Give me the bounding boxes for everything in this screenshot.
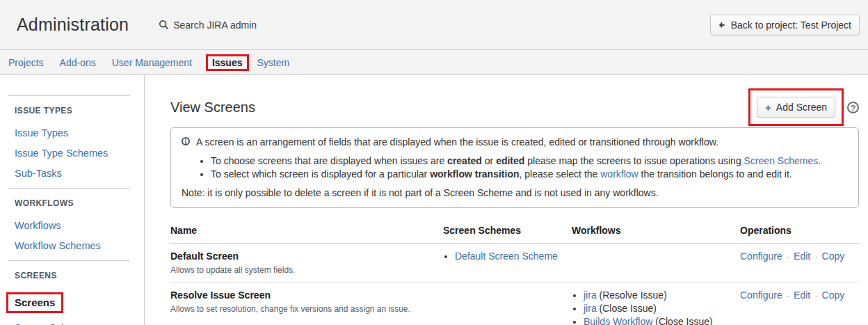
operations-cell: Configure·Edit·Copy (740, 244, 859, 283)
sidebar-item-workflow-schemes[interactable]: Workflow Schemes (15, 240, 101, 251)
admin-header: Administration Search JIRA admin Back to… (0, 0, 868, 50)
info-message-box: i A screen is an arrangement of fields t… (170, 127, 859, 208)
list-item: jira (Close Issue) (584, 303, 734, 314)
workflow-transition: (Close Issue) (652, 316, 712, 325)
workflow-builds-workflow-link[interactable]: Builds Workflow (584, 316, 652, 325)
text: To select which screen is displayed for … (211, 168, 430, 180)
configure-link[interactable]: Configure (740, 290, 782, 301)
back-to-project-button[interactable]: Back to project: Test Project (710, 15, 860, 35)
text: or (482, 155, 496, 166)
jira-admin-page: Administration Search JIRA admin Back to… (0, 0, 868, 325)
text: please map the screens to issue operatio… (524, 155, 744, 166)
sidebar-item-sub-tasks[interactable]: Sub-Tasks (15, 168, 62, 179)
copy-link[interactable]: Copy (822, 251, 845, 262)
sidebar-item-issue-type-schemes[interactable]: Issue Type Schemes (15, 148, 108, 159)
plus-icon: + (765, 102, 771, 113)
table-row-resolve-issue-screen: Resolve Issue Screen Allows to set resol… (170, 283, 859, 325)
sidebar-group-screens: Screens Screen Schemes (8, 292, 144, 325)
screen-schemes-link[interactable]: Screen Schemes (744, 155, 819, 166)
workflow-jira-link[interactable]: jira (584, 303, 597, 314)
default-screen-scheme-link[interactable]: Default Screen Scheme (455, 251, 558, 262)
sidebar-group-workflows: Workflows Workflow Schemes (8, 220, 144, 251)
bold-text: edited (496, 155, 524, 166)
screen-schemes-cell: Default Screen Scheme (443, 244, 572, 283)
edit-link[interactable]: Edit (794, 290, 810, 301)
info-note: Note: it is only possible to delete a sc… (182, 187, 848, 198)
workflow-transition: (Close Issue) (597, 303, 657, 314)
add-screen-button[interactable]: + Add Screen (757, 97, 835, 118)
screen-description: Allows to update all system fields. (170, 265, 437, 275)
bold-text: created (447, 155, 482, 166)
title-row: View Screens + Add Screen ? (170, 75, 859, 126)
admin-navbar: Projects Add-ons User Management Issues … (0, 50, 868, 75)
sidebar-item-issue-types[interactable]: Issue Types (15, 127, 68, 138)
copy-link[interactable]: Copy (822, 290, 845, 301)
sidebar: ISSUE TYPES Issue Types Issue Type Schem… (0, 75, 145, 325)
sidebar-item-workflows[interactable]: Workflows (15, 220, 61, 231)
add-screen-annotation-box: + Add Screen (748, 88, 844, 126)
nav-tab-user-management[interactable]: User Management (112, 57, 192, 68)
title-actions: + Add Screen ? (748, 88, 859, 126)
screen-name: Resolve Issue Screen (170, 290, 437, 301)
workflows-cell: jira (Resolve Issue) jira (Close Issue) … (572, 283, 740, 325)
info-intro-text: A screen is an arrangement of fields tha… (196, 136, 718, 148)
text: , please select the (520, 168, 601, 180)
sidebar-divider (8, 95, 130, 96)
screens-item-annotation-box: Screens (6, 292, 63, 313)
edit-link[interactable]: Edit (794, 251, 810, 262)
content-area: ISSUE TYPES Issue Types Issue Type Schem… (0, 75, 868, 325)
sidebar-heading-issue-types: ISSUE TYPES (15, 106, 144, 116)
sidebar-heading-workflows: WORKFLOWS (15, 198, 144, 208)
page-title: View Screens (170, 100, 255, 116)
workflow-jira-link[interactable]: jira (584, 290, 597, 301)
sidebar-item-screens[interactable]: Screens (15, 296, 55, 308)
nav-tab-addons[interactable]: Add-ons (60, 57, 96, 68)
scheme-list: Default Screen Scheme (443, 251, 566, 262)
column-header-screen-schemes: Screen Schemes (443, 216, 572, 244)
sidebar-divider (8, 188, 130, 189)
name-cell: Default Screen Allows to update all syst… (170, 244, 443, 283)
list-item: Issue Types (15, 127, 144, 138)
nav-tab-issues[interactable]: Issues (212, 57, 243, 68)
admin-search[interactable]: Search JIRA admin (159, 19, 257, 31)
app-title: Administration (17, 15, 129, 35)
nav-tab-projects[interactable]: Projects (8, 57, 44, 68)
sidebar-item-screen-schemes[interactable]: Screen Schemes (15, 322, 91, 325)
back-button-label: Back to project: Test Project (731, 19, 851, 31)
info-icon: i (182, 137, 190, 145)
list-item: Sub-Tasks (15, 168, 144, 179)
screen-description: Allows to set resolution, change fix ver… (170, 304, 437, 314)
main-panel: View Screens + Add Screen ? i A screen i… (145, 75, 868, 325)
operations-cell: Configure·Edit·Copy (740, 283, 859, 325)
sidebar-heading-screens: SCREENS (15, 271, 144, 280)
help-icon[interactable]: ? (847, 102, 859, 113)
info-bullet-screen-schemes: To choose screens that are displayed whe… (211, 155, 848, 166)
column-header-name: Name (170, 216, 443, 244)
info-bullet-list: To choose screens that are displayed whe… (200, 155, 848, 180)
workflow-link[interactable]: workflow (600, 168, 638, 180)
operations-separator: · (814, 251, 817, 262)
search-icon (159, 19, 169, 30)
info-bullet-workflow: To select which screen is displayed for … (211, 168, 848, 180)
text: the transition belongs to and edit it. (638, 168, 792, 180)
text: . (818, 155, 821, 166)
screen-name: Default Screen (170, 251, 437, 262)
table-header: Name Screen Schemes Workflows Operations (170, 216, 859, 244)
text: To choose screens that are displayed whe… (211, 155, 447, 166)
screen-schemes-cell (443, 283, 572, 325)
list-item: Builds Workflow (Close Issue) (584, 316, 734, 325)
issues-tab-annotation-box: Issues (206, 54, 249, 71)
back-arrow-icon (718, 22, 726, 29)
workflow-transition: (Resolve Issue) (597, 290, 667, 301)
info-intro: i A screen is an arrangement of fields t… (182, 136, 848, 148)
list-item: Issue Type Schemes (15, 148, 144, 159)
column-header-operations: Operations (740, 216, 859, 244)
list-item: jira (Resolve Issue) (584, 290, 734, 301)
list-item: Default Screen Scheme (455, 251, 566, 262)
screens-table: Name Screen Schemes Workflows Operations… (170, 216, 859, 325)
configure-link[interactable]: Configure (740, 251, 782, 262)
operations-separator: · (814, 290, 817, 301)
admin-search-label: Search JIRA admin (173, 19, 257, 31)
nav-tab-system[interactable]: System (257, 57, 290, 68)
column-header-workflows: Workflows (572, 216, 740, 244)
